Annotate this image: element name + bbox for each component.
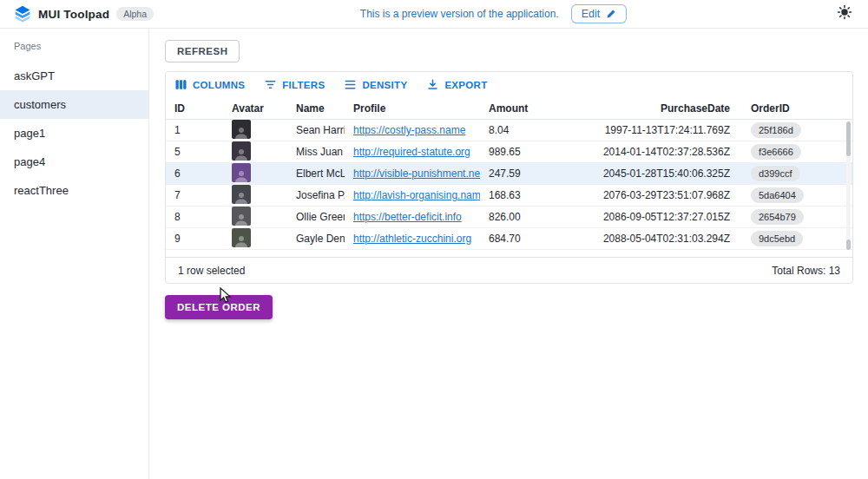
column-header-amount[interactable]: Amount	[480, 102, 563, 115]
cell-orderid: 9dc5ebd	[742, 231, 836, 246]
sidebar-item-reactthree[interactable]: reactThree	[0, 176, 148, 205]
column-header-purchasedate[interactable]: PurchaseDate	[563, 102, 742, 115]
avatar	[232, 185, 251, 204]
cell-profile: https://better-deficit.info	[345, 211, 480, 223]
preview-banner-text: This is a preview version of the applica…	[360, 8, 559, 20]
sidebar-item-label: page4	[14, 155, 45, 168]
cell-purchasedate: 2045-01-28T15:40:06.325Z	[563, 167, 742, 180]
cell-purchasedate: 1997-11-13T17:24:11.769Z	[563, 124, 742, 136]
cell-id: 9	[166, 233, 223, 245]
cell-amount: 684.70	[480, 233, 563, 245]
scrollbar-thumb[interactable]	[846, 121, 851, 156]
cell-amount: 247.59	[480, 167, 563, 180]
density-icon	[344, 78, 357, 91]
main-content: REFRESH COLUMNS FILTERS	[149, 29, 868, 479]
orderid-chip: 25f186d	[751, 122, 801, 138]
sidebar-item-label: customers	[14, 98, 66, 111]
brand: MUI Toolpad Alpha	[14, 5, 154, 23]
columns-icon	[174, 78, 187, 91]
cell-amount: 168.63	[480, 189, 563, 201]
cell-name: Elbert McL...	[287, 167, 345, 180]
cell-id: 1	[166, 124, 223, 136]
download-icon	[426, 78, 439, 91]
avatar	[232, 163, 251, 182]
cell-profile: http://athletic-zucchini.org	[345, 233, 480, 245]
column-header-profile[interactable]: Profile	[345, 102, 480, 115]
cell-name: Sean Harris	[287, 124, 345, 136]
avatar	[232, 120, 251, 139]
avatar	[232, 141, 251, 161]
cell-id: 5	[166, 146, 223, 158]
sidebar-item-page4[interactable]: page4	[0, 148, 148, 176]
orderid-chip: 2654b79	[751, 209, 804, 225]
cell-orderid: 5da6404	[742, 187, 836, 203]
data-grid: COLUMNS FILTERS DENSITY	[165, 71, 853, 284]
table-row[interactable]: 9 Gayle Den... http://athletic-zucchini.…	[166, 228, 852, 250]
cell-name: Ollie Green...	[287, 211, 345, 223]
table-row[interactable]: 7 Josefina P... http://lavish-organising…	[166, 185, 852, 207]
profile-link[interactable]: https://costly-pass.name	[353, 124, 465, 136]
cell-name: Miss Juan ...	[287, 146, 345, 158]
table-row[interactable]: 5 Miss Juan ... http://required-statute.…	[166, 141, 852, 163]
orderid-chip: d399ccf	[751, 166, 800, 181]
cell-id: 7	[166, 189, 223, 201]
cell-id: 6	[166, 167, 223, 180]
cell-id: 8	[166, 211, 223, 223]
profile-link[interactable]: http://athletic-zucchini.org	[353, 233, 471, 245]
sidebar-item-customers[interactable]: customers	[0, 90, 148, 119]
cell-avatar	[223, 185, 287, 207]
column-header-orderid[interactable]: OrderID	[742, 102, 836, 115]
sidebar-item-page1[interactable]: page1	[0, 119, 148, 148]
cell-profile: http://visible-punishment.net	[345, 167, 480, 180]
orderid-chip: 5da6404	[751, 187, 804, 203]
cell-profile: http://lavish-organising.name	[345, 189, 480, 201]
cell-amount: 989.65	[480, 146, 563, 158]
cell-avatar	[223, 207, 287, 228]
profile-link[interactable]: http://required-statute.org	[353, 146, 470, 158]
cell-avatar	[223, 228, 287, 250]
cell-orderid: f3e6666	[742, 144, 836, 160]
profile-link[interactable]: http://lavish-organising.name	[353, 189, 480, 201]
cell-name: Josefina P...	[287, 189, 345, 201]
cell-profile: https://costly-pass.name	[345, 124, 480, 136]
profile-link[interactable]: https://better-deficit.info	[353, 211, 462, 223]
column-header-name[interactable]: Name	[287, 102, 345, 115]
cell-purchasedate: 2014-01-14T02:37:28.536Z	[563, 146, 742, 158]
pencil-icon	[605, 9, 616, 20]
cell-name: Gayle Den...	[287, 233, 345, 245]
column-header-avatar[interactable]: Avatar	[223, 102, 287, 115]
filters-button[interactable]: FILTERS	[264, 78, 325, 91]
avatar	[232, 228, 251, 247]
table-row[interactable]: 1 Sean Harris https://costly-pass.name 8…	[166, 120, 852, 141]
theme-toggle-button[interactable]	[833, 3, 856, 25]
selection-status: 1 row selected	[178, 265, 245, 277]
sidebar: Pages askGPT customers page1 page4 react…	[0, 29, 149, 479]
total-rows: Total Rows: 13	[772, 265, 840, 277]
columns-button[interactable]: COLUMNS	[174, 78, 245, 91]
orderid-chip: 9dc5ebd	[751, 231, 803, 246]
cell-orderid: d399ccf	[742, 166, 836, 181]
delete-order-button[interactable]: DELETE ORDER	[165, 295, 273, 319]
sidebar-section-label: Pages	[0, 29, 148, 62]
sidebar-item-askgpt[interactable]: askGPT	[0, 62, 148, 90]
scrollbar-thumb[interactable]	[846, 240, 851, 250]
density-button[interactable]: DENSITY	[344, 78, 407, 91]
refresh-button[interactable]: REFRESH	[165, 40, 240, 62]
app-window: MUI Toolpad Alpha This is a preview vers…	[0, 0, 868, 479]
filters-button-label: FILTERS	[282, 80, 325, 90]
cell-orderid: 2654b79	[742, 209, 836, 225]
alpha-badge: Alpha	[116, 7, 154, 21]
grid-toolbar: COLUMNS FILTERS DENSITY	[166, 72, 852, 97]
export-button[interactable]: EXPORT	[426, 78, 487, 91]
grid-vertical-scrollbar[interactable]	[846, 121, 851, 250]
edit-button[interactable]: Edit	[571, 4, 628, 23]
cell-purchasedate: 2086-09-05T12:37:27.015Z	[563, 211, 742, 223]
profile-link[interactable]: http://visible-punishment.net	[353, 167, 480, 180]
table-row[interactable]: 6 Elbert McL... http://visible-punishmen…	[166, 163, 852, 185]
sun-icon	[837, 4, 852, 23]
column-header-id[interactable]: ID	[166, 102, 223, 115]
table-row[interactable]: 8 Ollie Green... https://better-deficit.…	[166, 207, 852, 228]
cell-avatar	[223, 120, 287, 141]
mui-toolpad-logo-icon	[14, 5, 31, 23]
columns-button-label: COLUMNS	[193, 80, 245, 90]
